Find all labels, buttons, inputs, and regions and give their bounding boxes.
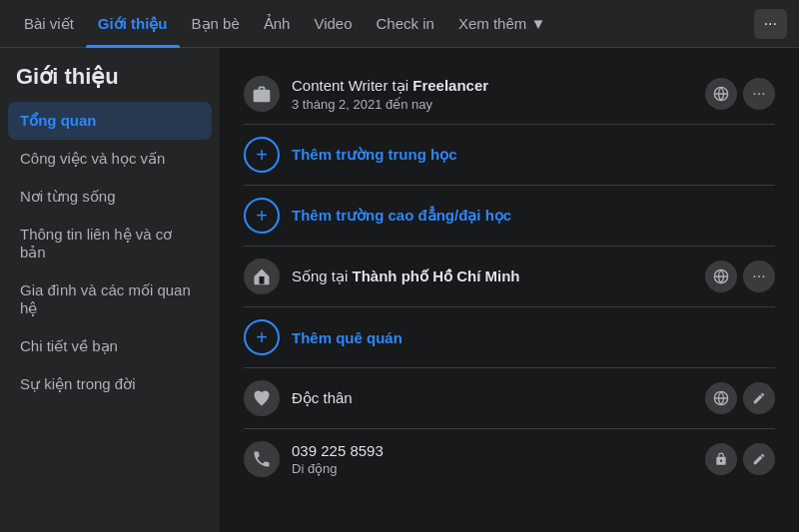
nav-more-button[interactable]: ···: [754, 9, 787, 39]
city-actions: ···: [705, 261, 775, 292]
sidebar: Giới thiệu Tổng quan Công việc và học vấ…: [0, 48, 220, 532]
job-title: Content Writer tại Freelancer: [292, 77, 705, 95]
add-hometown-label: Thêm quê quán: [292, 329, 402, 346]
sidebar-item-thongtin[interactable]: Thông tin liên hệ và cơ bản: [8, 216, 212, 271]
phone-actions: [705, 443, 775, 475]
job-more-button[interactable]: ···: [743, 78, 775, 110]
tab-banbe[interactable]: Bạn bè: [180, 0, 252, 48]
phone-icon: [244, 441, 280, 477]
phone-number: 039 225 8593: [292, 442, 705, 459]
briefcase-icon: [244, 76, 280, 112]
heart-icon: [244, 380, 280, 416]
sidebar-item-congviec[interactable]: Công việc và học vấn: [8, 140, 212, 178]
add-university-icon: +: [244, 198, 280, 234]
city-globe-button[interactable]: [705, 261, 737, 292]
add-university-row[interactable]: + Thêm trường cao đẳng/đại học: [244, 186, 775, 247]
info-row-city: Sống tại Thành phố Hồ Chí Minh ···: [244, 247, 775, 307]
content-area: Content Writer tại Freelancer 3 tháng 2,…: [220, 48, 799, 532]
add-highschool-row[interactable]: + Thêm trường trung học: [244, 125, 775, 186]
info-row-job: Content Writer tại Freelancer 3 tháng 2,…: [244, 64, 775, 125]
relationship-edit-button[interactable]: [743, 382, 775, 414]
phone-lock-button[interactable]: [705, 443, 737, 475]
add-hometown-icon: +: [244, 319, 280, 355]
add-hometown-row[interactable]: + Thêm quê quán: [244, 307, 775, 368]
job-globe-button[interactable]: [705, 78, 737, 110]
city-more-button[interactable]: ···: [743, 261, 775, 292]
sidebar-item-sukien[interactable]: Sự kiện trong đời: [8, 365, 212, 403]
job-actions: ···: [705, 78, 775, 110]
tab-video[interactable]: Video: [302, 0, 364, 48]
phone-content: 039 225 8593 Di động: [292, 442, 705, 476]
relationship-globe-button[interactable]: [705, 382, 737, 414]
phone-type: Di động: [292, 461, 705, 476]
top-nav: Bài viết Giới thiệu Bạn bè Ảnh Video Che…: [0, 0, 799, 48]
add-highschool-icon: +: [244, 137, 280, 173]
relationship-content: Độc thân: [292, 389, 705, 407]
job-date: 3 tháng 2, 2021 đến nay: [292, 97, 705, 112]
phone-edit-button[interactable]: [743, 443, 775, 475]
sidebar-item-noitungsong[interactable]: Nơi từng sống: [8, 178, 212, 216]
add-university-label: Thêm trường cao đẳng/đại học: [292, 207, 511, 225]
sidebar-item-tongquan[interactable]: Tổng quan: [8, 102, 212, 140]
job-content: Content Writer tại Freelancer 3 tháng 2,…: [292, 77, 705, 112]
main-layout: Giới thiệu Tổng quan Công việc và học vấ…: [0, 48, 799, 532]
info-row-relationship: Độc thân: [244, 368, 775, 429]
relationship-title: Độc thân: [292, 389, 705, 407]
tab-checkin[interactable]: Check in: [365, 0, 446, 48]
tab-gioithieu[interactable]: Giới thiệu: [86, 0, 180, 48]
city-content: Sống tại Thành phố Hồ Chí Minh: [292, 267, 705, 285]
home-icon: [244, 259, 280, 294]
info-row-phone: 039 225 8593 Di động: [244, 429, 775, 489]
tab-anh[interactable]: Ảnh: [252, 0, 303, 48]
sidebar-title: Giới thiệu: [8, 64, 212, 90]
tab-baiviet[interactable]: Bài viết: [12, 0, 86, 48]
add-highschool-label: Thêm trường trung học: [292, 146, 457, 164]
city-title: Sống tại Thành phố Hồ Chí Minh: [292, 267, 705, 285]
relationship-actions: [705, 382, 775, 414]
sidebar-item-giadinh[interactable]: Gia đình và các mối quan hệ: [8, 271, 212, 327]
sidebar-item-chitiet[interactable]: Chi tiết về bạn: [8, 327, 212, 365]
tab-xemthem[interactable]: Xem thêm ▼: [446, 0, 557, 48]
